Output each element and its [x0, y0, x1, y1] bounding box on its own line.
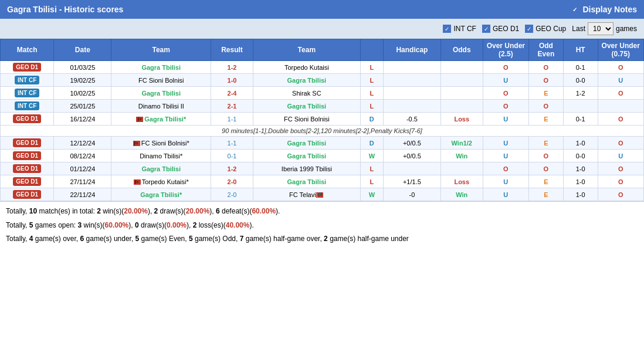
cell-date: 08/12/24 [54, 150, 111, 162]
table-row: GEO D1 22/11/24 Gagra Tbilisi* 2-0 FC Te… [1, 188, 644, 201]
cell-team1: 🏳FC Sioni Bolnisi* [111, 137, 211, 150]
cell-badge: GEO D1 [1, 188, 54, 201]
cell-oe: E [529, 175, 564, 188]
col-header-ht: HT [563, 39, 598, 61]
summary-line3: Totally, 4 game(s) over, 6 game(s) under… [6, 233, 638, 246]
cell-handicap: +0/0.5 [383, 137, 440, 150]
cell-result: 2-1 [211, 100, 253, 113]
cell-badge: GEO D1 [1, 61, 54, 74]
cell-date: 19/02/25 [54, 74, 111, 87]
cell-date: 12/12/24 [54, 137, 111, 150]
cell-outcome: W [360, 188, 383, 201]
summary-section: Totally, 10 match(es) in total: 2 win(s)… [0, 201, 644, 250]
int-cf-checkbox[interactable]: ✓ [443, 25, 451, 33]
cell-handicap [383, 100, 440, 113]
col-header-handicap: Handicap [383, 39, 440, 61]
cell-team1: Gagra Tbilisi [111, 61, 211, 74]
cell-outcome: L [360, 61, 383, 74]
cell-outcome: L [360, 87, 383, 100]
cell-team1: Dinamo Tbilisi* [111, 150, 211, 162]
geo-d1-checkbox[interactable]: ✓ [482, 25, 490, 33]
cell-badge: GEO D1 [1, 175, 54, 188]
cell-result: 2-0 [211, 188, 253, 201]
cell-outcome: L [360, 175, 383, 188]
summary-line2: Totally, 5 games open: 3 win(s)(60.00%),… [6, 219, 638, 232]
cell-team2: Gagra Tbilisi [253, 150, 360, 162]
cell-handicap: -0 [383, 188, 440, 201]
cell-ou: U [483, 137, 528, 150]
cell-oe: O [529, 150, 564, 162]
cell-oe: O [529, 74, 564, 87]
cell-ou075: O [598, 87, 643, 100]
cell-result: 1-1 [211, 137, 253, 150]
filter-int-cf[interactable]: ✓ INT CF [443, 25, 476, 33]
cell-ou075 [598, 100, 643, 113]
cell-team2: Shirak SC [253, 87, 360, 100]
table-row: GEO D1 01/12/24 Gagra Tbilisi 1-2 Iberia… [1, 162, 644, 175]
table-row: GEO D1 08/12/24 Dinamo Tbilisi* 0-1 Gagr… [1, 150, 644, 162]
cell-team2: Gagra Tbilisi [253, 175, 360, 188]
note-row: 90 minutes[1-1],Double bouts[2-2],120 mi… [1, 126, 644, 137]
cell-oe: O [529, 61, 564, 74]
cell-odds [440, 87, 483, 100]
cell-ou: U [483, 74, 528, 87]
cell-result: 0-1 [211, 150, 253, 162]
cell-team1: 🏳Gagra Tbilisi* [111, 113, 211, 126]
cell-outcome: W [360, 150, 383, 162]
display-notes-checkbox[interactable]: ✓ [571, 5, 579, 13]
cell-ou: O [483, 100, 528, 113]
cell-badge: GEO D1 [1, 162, 54, 175]
cell-ou: O [483, 162, 528, 175]
last-games-select[interactable]: 10 20 30 50 [588, 22, 614, 35]
cell-odds [440, 162, 483, 175]
cell-handicap: +1/1.5 [383, 175, 440, 188]
cell-badge: INT CF [1, 100, 54, 113]
cell-result: 1-2 [211, 162, 253, 175]
cell-oe: E [529, 188, 564, 201]
cell-outcome: L [360, 100, 383, 113]
cell-ht: 1-0 [563, 137, 598, 150]
cell-odds [440, 100, 483, 113]
col-header-ou: Over Under (2.5) [483, 39, 528, 61]
cell-team1: FC Sioni Bolnisi [111, 74, 211, 87]
filter-geo-cup[interactable]: ✓ GEO Cup [525, 25, 566, 33]
cell-result: 1-0 [211, 74, 253, 87]
cell-ht: 0-0 [563, 150, 598, 162]
cell-badge: INT CF [1, 87, 54, 100]
display-notes-label: Display Notes [582, 5, 637, 14]
cell-badge: GEO D1 [1, 113, 54, 126]
cell-oe: E [529, 87, 564, 100]
cell-ou075: U [598, 150, 643, 162]
cell-ht: 1-0 [563, 162, 598, 175]
cell-date: 27/11/24 [54, 175, 111, 188]
cell-outcome: D [360, 137, 383, 150]
cell-ou: U [483, 175, 528, 188]
cell-date: 01/03/25 [54, 61, 111, 74]
table-row: GEO D1 12/12/24 🏳FC Sioni Bolnisi* 1-1 G… [1, 137, 644, 150]
int-cf-label: INT CF [453, 25, 476, 33]
cell-oe: E [529, 137, 564, 150]
table-row: GEO D1 27/11/24 🏳Torpedo Kutaisi* 2-0 Ga… [1, 175, 644, 188]
cell-handicap: -0.5 [383, 113, 440, 126]
cell-team2: FC Telavi🏴 [253, 188, 360, 201]
cell-ou075: O [598, 188, 643, 201]
games-label: games [616, 25, 637, 33]
cell-date: 01/12/24 [54, 162, 111, 175]
filter-bar: ✓ INT CF ✓ GEO D1 ✓ GEO Cup Last 10 20 3… [0, 19, 644, 39]
table-row: INT CF 25/01/25 Dinamo Tbilisi II 2-1 Ga… [1, 100, 644, 113]
cell-ou: U [483, 188, 528, 201]
cell-badge: INT CF [1, 74, 54, 87]
geo-cup-checkbox[interactable]: ✓ [525, 25, 533, 33]
cell-ou075: O [598, 162, 643, 175]
filter-geo-d1[interactable]: ✓ GEO D1 [482, 25, 519, 33]
cell-badge: GEO D1 [1, 150, 54, 162]
cell-team2: FC Sioni Bolnisi [253, 113, 360, 126]
cell-ou: U [483, 113, 528, 126]
cell-ht [563, 100, 598, 113]
col-header-result: Result [211, 39, 253, 61]
table-row: INT CF 19/02/25 FC Sioni Bolnisi 1-0 Gag… [1, 74, 644, 87]
cell-outcome: L [360, 162, 383, 175]
cell-outcome: D [360, 113, 383, 126]
cell-ou: U [483, 150, 528, 162]
cell-handicap [383, 61, 440, 74]
